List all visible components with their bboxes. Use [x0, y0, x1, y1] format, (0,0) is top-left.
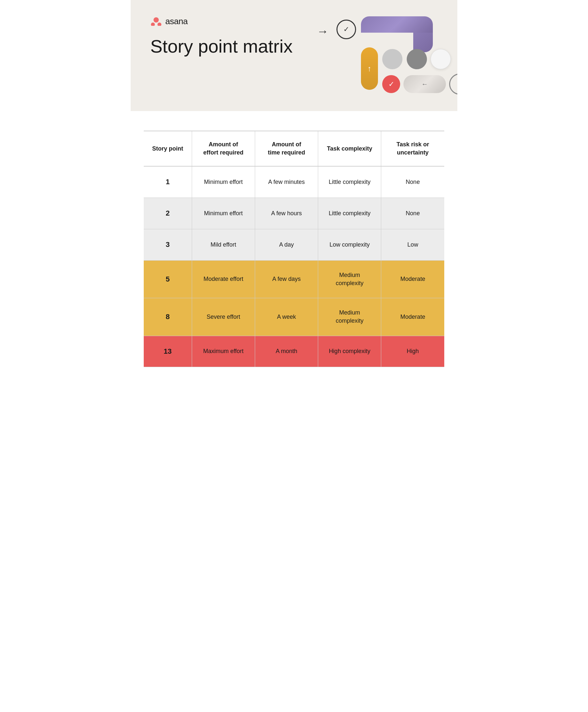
table-row: 3 Mild effort A day Low complexity Low — [144, 229, 444, 260]
complexity-2: Little complexity — [318, 198, 381, 229]
risk-8: Moderate — [381, 298, 444, 336]
table-row: 5 Moderate effort A few days Medium comp… — [144, 260, 444, 298]
effort-2: Minimum effort — [192, 198, 255, 229]
risk-5: Moderate — [381, 260, 444, 298]
red-check-icon: ✓ — [382, 75, 400, 93]
header-story-point: Story point — [144, 131, 192, 166]
risk-1: None — [381, 166, 444, 198]
time-8: A week — [255, 298, 318, 336]
table-row: 1 Minimum effort A few minutes Little co… — [144, 166, 444, 198]
table-header-row: Story point Amount ofeffort required Amo… — [144, 131, 444, 166]
clock-icon — [449, 73, 457, 95]
effort-3: Mild effort — [192, 229, 255, 260]
table-row: 8 Severe effort A week Medium complexity… — [144, 298, 444, 336]
story-point-2: 2 — [144, 198, 192, 229]
effort-1: Minimum effort — [192, 166, 255, 198]
risk-3: Low — [381, 229, 444, 260]
story-point-1: 1 — [144, 166, 192, 198]
gray-circle-dark — [407, 49, 427, 69]
decorative-illustrations: → ✓ ↑ ✓ ← — [307, 10, 444, 101]
marble-pill: ← — [403, 75, 446, 93]
effort-8: Severe effort — [192, 298, 255, 336]
story-point-8: 8 — [144, 298, 192, 336]
main-content: Story point Amount ofeffort required Amo… — [131, 111, 457, 387]
table-row: 13 Maximum effort A month High complexit… — [144, 336, 444, 367]
time-3: A day — [255, 229, 318, 260]
header-time: Amount oftime required — [255, 131, 318, 166]
check-circle-icon: ✓ — [336, 20, 356, 39]
effort-5: Moderate effort — [192, 260, 255, 298]
time-5: A few days — [255, 260, 318, 298]
purple-l-shape — [361, 16, 433, 52]
complexity-1: Little complexity — [318, 166, 381, 198]
white-circle — [430, 49, 451, 69]
effort-13: Maximum effort — [192, 336, 255, 367]
svg-point-0 — [153, 17, 159, 23]
complexity-5: Medium complexity — [318, 260, 381, 298]
risk-13: High — [381, 336, 444, 367]
time-2: A few hours — [255, 198, 318, 229]
svg-point-1 — [151, 23, 155, 26]
risk-2: None — [381, 198, 444, 229]
complexity-13: High complexity — [318, 336, 381, 367]
golden-pill: ↑ — [361, 47, 378, 90]
asana-logo-dots — [150, 17, 162, 26]
story-point-13: 13 — [144, 336, 192, 367]
table-row: 2 Minimum effort A few hours Little comp… — [144, 198, 444, 229]
gray-circle-light — [382, 49, 402, 69]
complexity-3: Low complexity — [318, 229, 381, 260]
header-risk: Task risk oruncertainty — [381, 131, 444, 166]
header-complexity: Task complexity — [318, 131, 381, 166]
story-point-5: 5 — [144, 260, 192, 298]
header-section: asana Story point matrix → ✓ ↑ ✓ ← — [131, 0, 457, 111]
time-1: A few minutes — [255, 166, 318, 198]
complexity-8: Medium complexity — [318, 298, 381, 336]
story-point-3: 3 — [144, 229, 192, 260]
brand-name: asana — [165, 16, 188, 26]
header-effort: Amount ofeffort required — [192, 131, 255, 166]
arrow-up-icon: ↑ — [368, 64, 372, 73]
arrow-right-icon: → — [317, 24, 329, 38]
svg-point-2 — [158, 23, 161, 26]
story-point-matrix-table: Story point Amount ofeffort required Amo… — [144, 131, 444, 367]
time-13: A month — [255, 336, 318, 367]
